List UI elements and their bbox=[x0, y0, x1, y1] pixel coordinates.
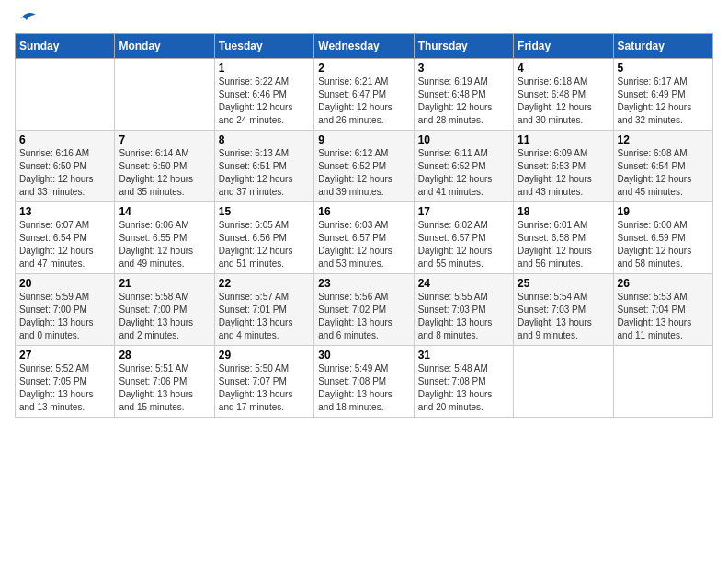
calendar-cell bbox=[514, 346, 613, 418]
day-number: 15 bbox=[219, 205, 310, 218]
day-number: 2 bbox=[318, 62, 409, 75]
day-info: Sunrise: 5:55 AM Sunset: 7:03 PM Dayligh… bbox=[418, 291, 509, 342]
calendar-cell: 11Sunrise: 6:09 AM Sunset: 6:53 PM Dayli… bbox=[514, 131, 613, 202]
calendar-cell: 18Sunrise: 6:01 AM Sunset: 6:58 PM Dayli… bbox=[514, 202, 613, 274]
calendar-week-row: 13Sunrise: 6:07 AM Sunset: 6:54 PM Dayli… bbox=[16, 202, 713, 274]
day-number: 1 bbox=[219, 62, 310, 75]
calendar-cell: 28Sunrise: 5:51 AM Sunset: 7:06 PM Dayli… bbox=[115, 346, 214, 418]
calendar-cell: 3Sunrise: 6:19 AM Sunset: 6:48 PM Daylig… bbox=[414, 59, 513, 131]
day-info: Sunrise: 5:57 AM Sunset: 7:01 PM Dayligh… bbox=[219, 291, 310, 342]
calendar-cell: 22Sunrise: 5:57 AM Sunset: 7:01 PM Dayli… bbox=[214, 274, 313, 346]
day-number: 11 bbox=[518, 133, 609, 146]
logo-bird-icon bbox=[17, 11, 37, 28]
calendar-cell: 9Sunrise: 6:12 AM Sunset: 6:52 PM Daylig… bbox=[314, 131, 414, 202]
day-info: Sunrise: 5:53 AM Sunset: 7:04 PM Dayligh… bbox=[618, 291, 709, 342]
day-info: Sunrise: 6:19 AM Sunset: 6:48 PM Dayligh… bbox=[418, 75, 509, 127]
day-info: Sunrise: 6:05 AM Sunset: 6:56 PM Dayligh… bbox=[219, 219, 310, 270]
calendar-cell: 5Sunrise: 6:17 AM Sunset: 6:49 PM Daylig… bbox=[613, 59, 712, 131]
calendar-week-row: 6Sunrise: 6:16 AM Sunset: 6:50 PM Daylig… bbox=[16, 131, 713, 202]
calendar-cell bbox=[16, 59, 115, 131]
day-number: 7 bbox=[119, 133, 210, 146]
calendar-cell: 1Sunrise: 6:22 AM Sunset: 6:46 PM Daylig… bbox=[214, 59, 313, 131]
day-info: Sunrise: 6:18 AM Sunset: 6:48 PM Dayligh… bbox=[518, 75, 609, 127]
calendar-table: SundayMondayTuesdayWednesdayThursdayFrid… bbox=[15, 33, 713, 418]
calendar-week-row: 1Sunrise: 6:22 AM Sunset: 6:46 PM Daylig… bbox=[16, 59, 713, 131]
calendar-cell: 19Sunrise: 6:00 AM Sunset: 6:59 PM Dayli… bbox=[613, 202, 712, 274]
day-number: 27 bbox=[19, 349, 110, 362]
day-info: Sunrise: 5:56 AM Sunset: 7:02 PM Dayligh… bbox=[318, 291, 409, 342]
calendar-cell: 8Sunrise: 6:13 AM Sunset: 6:51 PM Daylig… bbox=[214, 131, 313, 202]
calendar-cell: 15Sunrise: 6:05 AM Sunset: 6:56 PM Dayli… bbox=[214, 202, 313, 274]
day-number: 26 bbox=[618, 277, 709, 290]
day-info: Sunrise: 5:59 AM Sunset: 7:00 PM Dayligh… bbox=[19, 291, 110, 342]
day-number: 31 bbox=[418, 349, 509, 362]
day-number: 24 bbox=[418, 277, 509, 290]
day-info: Sunrise: 6:01 AM Sunset: 6:58 PM Dayligh… bbox=[518, 219, 609, 270]
calendar-cell: 14Sunrise: 6:06 AM Sunset: 6:55 PM Dayli… bbox=[115, 202, 214, 274]
day-info: Sunrise: 6:22 AM Sunset: 6:46 PM Dayligh… bbox=[219, 75, 310, 127]
day-info: Sunrise: 6:08 AM Sunset: 6:54 PM Dayligh… bbox=[618, 147, 709, 199]
weekday-header: Saturday bbox=[613, 34, 712, 59]
calendar-cell: 24Sunrise: 5:55 AM Sunset: 7:03 PM Dayli… bbox=[414, 274, 513, 346]
day-info: Sunrise: 5:51 AM Sunset: 7:06 PM Dayligh… bbox=[119, 362, 210, 414]
day-number: 10 bbox=[418, 133, 509, 146]
weekday-header: Wednesday bbox=[314, 34, 414, 59]
day-number: 22 bbox=[219, 277, 310, 290]
day-info: Sunrise: 5:48 AM Sunset: 7:08 PM Dayligh… bbox=[418, 362, 509, 414]
calendar-cell: 21Sunrise: 5:58 AM Sunset: 7:00 PM Dayli… bbox=[115, 274, 214, 346]
day-number: 25 bbox=[518, 277, 609, 290]
calendar-cell: 31Sunrise: 5:48 AM Sunset: 7:08 PM Dayli… bbox=[414, 346, 513, 418]
day-info: Sunrise: 5:49 AM Sunset: 7:08 PM Dayligh… bbox=[318, 362, 409, 414]
day-number: 5 bbox=[618, 62, 709, 75]
calendar-cell: 2Sunrise: 6:21 AM Sunset: 6:47 PM Daylig… bbox=[314, 59, 414, 131]
calendar-cell: 27Sunrise: 5:52 AM Sunset: 7:05 PM Dayli… bbox=[16, 346, 115, 418]
day-info: Sunrise: 6:06 AM Sunset: 6:55 PM Dayligh… bbox=[119, 219, 210, 270]
day-info: Sunrise: 6:12 AM Sunset: 6:52 PM Dayligh… bbox=[318, 147, 409, 199]
day-info: Sunrise: 5:58 AM Sunset: 7:00 PM Dayligh… bbox=[119, 291, 210, 342]
calendar-cell: 30Sunrise: 5:49 AM Sunset: 7:08 PM Dayli… bbox=[314, 346, 414, 418]
calendar-cell: 7Sunrise: 6:14 AM Sunset: 6:50 PM Daylig… bbox=[115, 131, 214, 202]
calendar-cell: 16Sunrise: 6:03 AM Sunset: 6:57 PM Dayli… bbox=[314, 202, 414, 274]
day-info: Sunrise: 6:03 AM Sunset: 6:57 PM Dayligh… bbox=[318, 219, 409, 270]
day-info: Sunrise: 5:50 AM Sunset: 7:07 PM Dayligh… bbox=[219, 362, 310, 414]
day-number: 12 bbox=[618, 133, 709, 146]
day-number: 20 bbox=[19, 277, 110, 290]
day-number: 14 bbox=[119, 205, 210, 218]
calendar-cell: 12Sunrise: 6:08 AM Sunset: 6:54 PM Dayli… bbox=[613, 131, 712, 202]
calendar-cell: 17Sunrise: 6:02 AM Sunset: 6:57 PM Dayli… bbox=[414, 202, 513, 274]
calendar-cell: 10Sunrise: 6:11 AM Sunset: 6:52 PM Dayli… bbox=[414, 131, 513, 202]
calendar-cell: 25Sunrise: 5:54 AM Sunset: 7:03 PM Dayli… bbox=[514, 274, 613, 346]
day-number: 17 bbox=[418, 205, 509, 218]
calendar-cell: 6Sunrise: 6:16 AM Sunset: 6:50 PM Daylig… bbox=[16, 131, 115, 202]
logo bbox=[15, 15, 37, 28]
day-info: Sunrise: 6:11 AM Sunset: 6:52 PM Dayligh… bbox=[418, 147, 509, 199]
day-info: Sunrise: 6:17 AM Sunset: 6:49 PM Dayligh… bbox=[618, 75, 709, 127]
day-number: 19 bbox=[618, 205, 709, 218]
page-header bbox=[15, 15, 713, 28]
day-number: 28 bbox=[119, 349, 210, 362]
day-info: Sunrise: 5:54 AM Sunset: 7:03 PM Dayligh… bbox=[518, 291, 609, 342]
calendar-week-row: 20Sunrise: 5:59 AM Sunset: 7:00 PM Dayli… bbox=[16, 274, 713, 346]
day-info: Sunrise: 6:14 AM Sunset: 6:50 PM Dayligh… bbox=[119, 147, 210, 199]
day-number: 29 bbox=[219, 349, 310, 362]
day-info: Sunrise: 6:21 AM Sunset: 6:47 PM Dayligh… bbox=[318, 75, 409, 127]
day-number: 9 bbox=[318, 133, 409, 146]
day-info: Sunrise: 6:09 AM Sunset: 6:53 PM Dayligh… bbox=[518, 147, 609, 199]
weekday-header: Thursday bbox=[414, 34, 513, 59]
day-number: 21 bbox=[119, 277, 210, 290]
day-number: 30 bbox=[318, 349, 409, 362]
day-number: 18 bbox=[518, 205, 609, 218]
day-info: Sunrise: 6:13 AM Sunset: 6:51 PM Dayligh… bbox=[219, 147, 310, 199]
calendar-cell: 26Sunrise: 5:53 AM Sunset: 7:04 PM Dayli… bbox=[613, 274, 712, 346]
calendar-cell: 13Sunrise: 6:07 AM Sunset: 6:54 PM Dayli… bbox=[16, 202, 115, 274]
day-info: Sunrise: 6:07 AM Sunset: 6:54 PM Dayligh… bbox=[19, 219, 110, 270]
day-info: Sunrise: 6:02 AM Sunset: 6:57 PM Dayligh… bbox=[418, 219, 509, 270]
weekday-header: Sunday bbox=[16, 34, 115, 59]
day-number: 3 bbox=[418, 62, 509, 75]
day-info: Sunrise: 6:16 AM Sunset: 6:50 PM Dayligh… bbox=[19, 147, 110, 199]
day-number: 16 bbox=[318, 205, 409, 218]
calendar-header-row: SundayMondayTuesdayWednesdayThursdayFrid… bbox=[16, 34, 713, 59]
day-info: Sunrise: 5:52 AM Sunset: 7:05 PM Dayligh… bbox=[19, 362, 110, 414]
calendar-cell: 29Sunrise: 5:50 AM Sunset: 7:07 PM Dayli… bbox=[214, 346, 313, 418]
calendar-cell: 23Sunrise: 5:56 AM Sunset: 7:02 PM Dayli… bbox=[314, 274, 414, 346]
